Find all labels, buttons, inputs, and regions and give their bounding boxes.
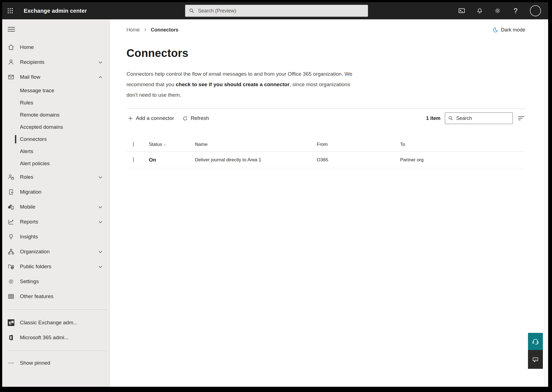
sidebar-item-recipients[interactable]: Recipients — [2, 55, 110, 70]
sidebar-item-label: Insights — [20, 234, 38, 240]
sidebar-item-label: Classic Exchange adm... — [20, 320, 78, 326]
select-all-checkbox[interactable] — [133, 142, 134, 147]
column-header-name[interactable]: Name — [195, 142, 317, 147]
account-avatar[interactable] — [530, 5, 541, 16]
waffle-icon — [7, 8, 13, 14]
feedback-button[interactable] — [528, 350, 543, 369]
sidebar-item-label: Migration — [20, 189, 41, 195]
sidebar-item-other-features[interactable]: Other features — [2, 289, 110, 304]
row-checkbox[interactable] — [133, 157, 134, 162]
sidebar-item-accepted-domains[interactable]: Accepted domains — [2, 121, 110, 133]
search-icon — [448, 115, 453, 121]
sidebar-item-organization[interactable]: Organization — [2, 244, 110, 259]
sidebar-item-classic-exchange-admin[interactable]: E Classic Exchange adm... — [2, 315, 110, 330]
global-search-input[interactable] — [198, 8, 365, 14]
refresh-button[interactable]: Refresh — [181, 114, 210, 123]
sidebar-item-label: Remote domains — [20, 112, 60, 118]
sidebar-item-connectors[interactable]: Connectors — [2, 133, 110, 145]
column-header-to[interactable]: To — [400, 142, 525, 147]
sidebar-item-migration[interactable]: Migration — [2, 185, 110, 199]
chevron-down-icon — [98, 250, 102, 254]
exchange-logo-icon: E — [8, 319, 14, 326]
sidebar-item-label: Connectors — [20, 136, 47, 142]
breadcrumb: Home Connectors Dark mode — [126, 27, 525, 33]
gear-icon — [8, 278, 14, 285]
sidebar-item-reports[interactable]: Reports — [2, 214, 110, 229]
sidebar-item-public-folders[interactable]: Public folders — [2, 259, 110, 274]
list-toolbar: Add a connector Refresh 1 item — [126, 109, 525, 128]
sidebar-item-alerts[interactable]: Alerts — [2, 145, 110, 157]
help-button[interactable]: ? — [512, 7, 519, 14]
sidebar-item-rules[interactable]: Rules — [2, 97, 110, 109]
sidebar-item-mail-flow[interactable]: Mail flow — [2, 70, 110, 85]
moon-icon — [492, 27, 498, 33]
show-pinned-button[interactable]: Show pinned — [2, 356, 110, 370]
filter-button[interactable] — [517, 114, 525, 122]
chevron-down-icon — [98, 265, 102, 269]
filter-icon — [518, 116, 525, 121]
app-launcher-button[interactable] — [2, 2, 18, 19]
sidebar-item-label: Reports — [20, 219, 38, 225]
table-row[interactable]: On Deliver journal directly to Area 1 O3… — [126, 152, 525, 168]
column-header-status[interactable]: Status ↑ — [149, 142, 195, 147]
sidebar-item-alert-policies[interactable]: Alert policies — [2, 157, 110, 170]
scrollbar-track[interactable] — [545, 19, 548, 387]
sidebar-item-label: Roles — [20, 174, 33, 180]
nav-collapse-button[interactable] — [8, 24, 19, 35]
list-search-input[interactable] — [456, 115, 510, 121]
mail-icon — [8, 74, 14, 80]
sidebar-item-settings[interactable]: Settings — [2, 274, 110, 289]
support-button[interactable] — [528, 333, 543, 350]
sidebar-item-label: Other features — [20, 293, 53, 299]
sidebar-item-label: Recipients — [20, 59, 44, 65]
topbar-actions: ? — [458, 2, 548, 19]
sidebar-divider — [8, 351, 106, 351]
breadcrumb-current: Connectors — [151, 27, 178, 33]
column-header-from[interactable]: From — [317, 142, 400, 147]
sort-ascending-icon: ↑ — [164, 142, 166, 147]
row-name: Deliver journal directly to Area 1 — [195, 157, 317, 163]
sidebar-item-label: Organization — [20, 249, 50, 255]
page-description: Connectors help control the flow of emai… — [126, 69, 360, 100]
connectors-table: Status ↑ Name From To On Deliver journal… — [126, 138, 525, 168]
sidebar-item-remote-domains[interactable]: Remote domains — [2, 109, 110, 121]
table-header-row: Status ↑ Name From To — [126, 138, 525, 152]
global-search-box[interactable] — [185, 5, 368, 17]
list-search-box[interactable] — [445, 112, 513, 124]
chevron-down-icon — [98, 205, 102, 209]
page-title: Connectors — [126, 47, 525, 59]
sidebar-item-message-trace[interactable]: Message trace — [2, 85, 110, 97]
notifications-button[interactable] — [476, 7, 483, 14]
sidebar-item-label: Alert policies — [20, 161, 50, 167]
terminal-icon — [458, 7, 465, 14]
powershell-button[interactable] — [458, 7, 465, 14]
headset-icon — [532, 338, 539, 345]
sidebar-item-insights[interactable]: Insights — [2, 229, 110, 244]
org-chart-icon — [8, 248, 14, 255]
app-title: Exchange admin center — [24, 8, 87, 14]
exchange-admin-center-app: Exchange admin center — [2, 2, 548, 387]
row-status: On — [149, 157, 195, 163]
sidebar-item-label: Public folders — [20, 264, 51, 270]
table-grid-icon — [8, 293, 14, 300]
row-to: Partner org — [400, 157, 525, 163]
microsoft-365-logo-icon — [8, 334, 14, 341]
sidebar-item-microsoft-365-admin[interactable]: Microsoft 365 admi... — [2, 330, 110, 345]
settings-button[interactable] — [494, 7, 501, 14]
sidebar-item-roles[interactable]: Roles — [2, 170, 110, 185]
top-app-bar: Exchange admin center — [2, 2, 548, 19]
create-connector-check-link[interactable]: check to see if you should create a conn… — [176, 81, 289, 87]
refresh-icon — [182, 115, 188, 121]
sidebar-item-mobile[interactable]: Mobile — [2, 199, 110, 214]
breadcrumb-home-link[interactable]: Home — [126, 27, 140, 33]
add-connector-button[interactable]: Add a connector — [126, 114, 175, 123]
add-connector-label: Add a connector — [136, 115, 174, 121]
sidebar-item-label: Accepted domains — [20, 124, 63, 130]
sidebar-item-label: Alerts — [20, 148, 33, 154]
sidebar-item-label: Home — [20, 44, 34, 50]
sidebar-item-home[interactable]: Home — [2, 40, 110, 55]
dark-mode-toggle[interactable]: Dark mode — [492, 27, 525, 33]
reports-chart-icon — [8, 219, 14, 225]
sidebar-item-label: Microsoft 365 admi... — [20, 335, 68, 341]
chevron-down-icon — [98, 175, 102, 179]
